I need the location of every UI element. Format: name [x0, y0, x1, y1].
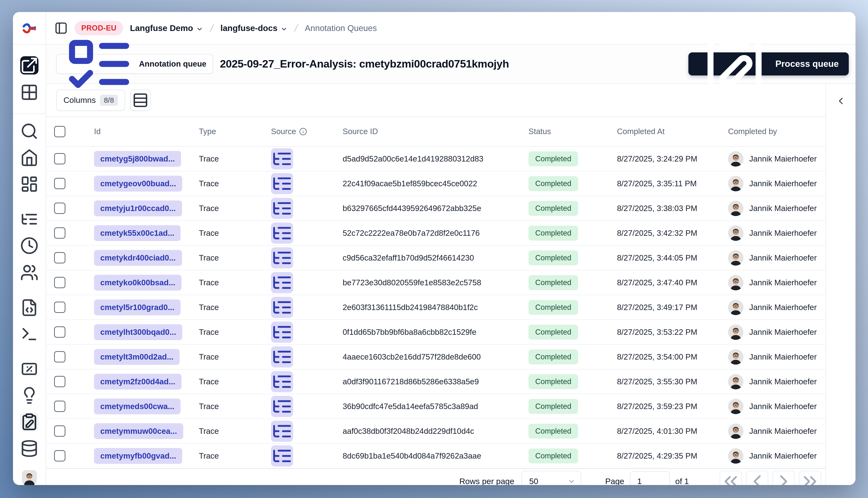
- row-id-badge[interactable]: cmetyk55x00c1ad...: [94, 225, 181, 241]
- row-id-badge[interactable]: cmetygeov00buad...: [94, 176, 182, 192]
- breadcrumb-org[interactable]: Langfuse Demo: [130, 23, 203, 33]
- column-header-completed-at[interactable]: Completed At: [617, 127, 664, 136]
- row-checkbox[interactable]: [54, 376, 65, 387]
- row-id-badge[interactable]: cmetymmuw00cea...: [94, 423, 183, 439]
- status-badge: Completed: [529, 275, 578, 290]
- column-header-completed-by[interactable]: Completed by: [728, 127, 777, 136]
- row-checkbox[interactable]: [54, 252, 65, 263]
- row-id-badge[interactable]: cmetymyfb00gvad...: [94, 448, 182, 464]
- sidebar-item-list-tree[interactable]: [20, 210, 38, 228]
- status-badge: Completed: [529, 325, 578, 340]
- row-checkbox[interactable]: [54, 202, 65, 214]
- row-type: Trace: [199, 278, 219, 287]
- sidebar-item-terminal[interactable]: [20, 325, 38, 343]
- table-row[interactable]: cmetymeds00cwa... Trace 36b90cdfc47e5da1…: [46, 394, 826, 419]
- trace-source-icon[interactable]: [271, 198, 293, 219]
- last-page-button[interactable]: [799, 471, 821, 485]
- row-completed-at: 8/27/2025, 4:29:35 PM: [617, 451, 697, 460]
- side-peek-panel: [826, 84, 855, 485]
- sidebar-item-lightbulb[interactable]: [20, 386, 38, 405]
- trace-source-icon[interactable]: [271, 445, 293, 467]
- row-checkbox[interactable]: [54, 425, 65, 437]
- columns-button[interactable]: Columns 8/8: [56, 90, 125, 111]
- trace-source-icon[interactable]: [271, 421, 293, 442]
- sidebar-item-table[interactable]: [20, 83, 38, 102]
- trace-source-icon[interactable]: [271, 247, 293, 268]
- column-header-source[interactable]: Source: [271, 127, 307, 136]
- page-number-input[interactable]: [630, 471, 670, 485]
- table-row[interactable]: cmetyko0k00bsad... Trace be7723e30d80205…: [46, 271, 826, 295]
- sidebar-item-percent-card[interactable]: [20, 360, 38, 378]
- row-checkbox[interactable]: [54, 326, 65, 338]
- row-checkbox[interactable]: [54, 277, 65, 288]
- row-id-badge[interactable]: cmetykdr400ciad0...: [94, 250, 182, 266]
- row-type: Trace: [199, 154, 219, 163]
- rows-per-page-select[interactable]: 50: [521, 471, 581, 485]
- table-row[interactable]: cmetyju1r00ccad0... Trace b63297665cfd44…: [46, 196, 826, 221]
- trace-source-icon[interactable]: [271, 223, 293, 244]
- status-badge: Completed: [529, 374, 578, 389]
- row-type: Trace: [199, 303, 219, 312]
- row-completed-at: 8/27/2025, 3:59:23 PM: [617, 402, 697, 411]
- row-id-badge[interactable]: cmetyg5j800bwad...: [94, 151, 181, 167]
- sidebar-item-users[interactable]: [20, 263, 38, 282]
- table-row[interactable]: cmetylt3m00d2ad... Trace 4aaece1603cb2e1…: [46, 345, 826, 369]
- table-row[interactable]: cmetymyfb00gvad... Trace 8dc69b1ba1e540b…: [46, 444, 826, 469]
- row-checkbox[interactable]: [54, 227, 65, 239]
- row-type: Trace: [199, 228, 219, 238]
- table-row[interactable]: cmetyg5j800bwad... Trace d5ad9d52a00c6e1…: [46, 147, 826, 171]
- table-row[interactable]: cmetym2fz00d4ad... Trace a0df3f901167218…: [46, 369, 826, 394]
- row-id-badge[interactable]: cmetym2fz00d4ad...: [94, 374, 182, 390]
- trace-source-icon[interactable]: [271, 148, 293, 169]
- first-page-button[interactable]: [720, 471, 742, 485]
- column-header-source-id[interactable]: Source ID: [342, 127, 378, 136]
- select-all-checkbox[interactable]: [54, 126, 65, 137]
- row-id-badge[interactable]: cmetyko0k00bsad...: [94, 275, 182, 291]
- row-checkbox[interactable]: [54, 178, 65, 189]
- trace-source-icon[interactable]: [271, 272, 293, 293]
- row-checkbox[interactable]: [54, 450, 65, 461]
- table-row[interactable]: cmetylht300bqad0... Trace 0f1dd65b7bb9bf…: [46, 320, 826, 345]
- row-id-badge[interactable]: cmetyl5r100grad0...: [94, 300, 181, 315]
- process-queue-button[interactable]: Process queue: [688, 52, 849, 76]
- trace-source-icon[interactable]: [271, 396, 293, 417]
- row-id-badge[interactable]: cmetyju1r00ccad0...: [94, 200, 182, 216]
- row-checkbox[interactable]: [54, 153, 65, 165]
- row-checkbox[interactable]: [54, 351, 65, 363]
- column-header-status[interactable]: Status: [529, 127, 551, 136]
- sidebar-item-search[interactable]: [20, 122, 38, 140]
- sidebar-item-dashboard[interactable]: [20, 175, 38, 193]
- trace-source-icon[interactable]: [271, 297, 293, 318]
- row-completed-by: Jannik Maierhoefer: [749, 253, 817, 262]
- row-checkbox[interactable]: [54, 302, 65, 313]
- table-row[interactable]: cmetymmuw00cea... Trace aaf0c38db0f3f204…: [46, 419, 826, 444]
- row-id-badge[interactable]: cmetymeds00cwa...: [94, 398, 181, 414]
- sidebar-item-file-code[interactable]: [20, 299, 38, 317]
- table-row[interactable]: cmetykdr400ciad0... Trace c9d56ca32efaff…: [46, 246, 826, 271]
- sidebar-item-home[interactable]: [20, 148, 38, 167]
- status-badge: Completed: [529, 176, 578, 191]
- sidebar-item-external-link[interactable]: [20, 56, 38, 75]
- trace-source-icon[interactable]: [271, 173, 293, 194]
- sidebar-item-clock[interactable]: [20, 236, 38, 255]
- row-id-badge[interactable]: cmetylt3m00d2ad...: [94, 349, 180, 365]
- next-page-button[interactable]: [773, 471, 795, 485]
- user-avatar[interactable]: [22, 470, 37, 485]
- collapse-panel-button[interactable]: [835, 95, 846, 106]
- pagination-bar: Rows per page 50 Page of 1: [46, 469, 826, 485]
- prev-page-button[interactable]: [746, 471, 768, 485]
- row-id-badge[interactable]: cmetylht300bqad0...: [94, 324, 182, 340]
- row-checkbox[interactable]: [54, 401, 65, 412]
- row-height-button[interactable]: [130, 90, 151, 111]
- table-row[interactable]: cmetyl5r100grad0... Trace 2e603f31361115…: [46, 295, 826, 320]
- table-row[interactable]: cmetyk55x00c1ad... Trace 52c72c2222ea78e…: [46, 221, 826, 246]
- trace-source-icon[interactable]: [271, 322, 293, 343]
- trace-source-icon[interactable]: [271, 371, 293, 392]
- sidebar-item-clipboard-pen[interactable]: [20, 413, 38, 431]
- column-header-id[interactable]: Id: [94, 127, 101, 136]
- sidebar-item-database[interactable]: [20, 440, 38, 458]
- trace-source-icon[interactable]: [271, 346, 293, 367]
- column-header-type[interactable]: Type: [199, 127, 216, 136]
- table-row[interactable]: cmetygeov00buad... Trace 22c41f09acae5b1…: [46, 171, 826, 196]
- breadcrumb-project[interactable]: langfuse-docs: [220, 23, 288, 33]
